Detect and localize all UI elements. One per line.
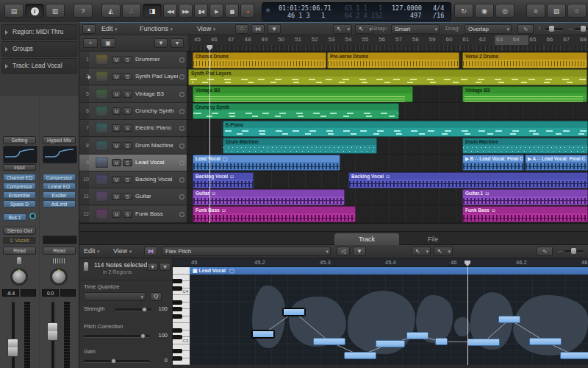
forward-button[interactable]: ▶▶: [179, 4, 193, 18]
track-solo-button[interactable]: S: [123, 56, 132, 63]
region-guitar-1[interactable]: Guitar.1⊡: [462, 189, 588, 205]
plugin-slot[interactable]: Linear EQ: [43, 183, 76, 190]
region-drum-machine[interactable]: Drum Machine: [223, 138, 377, 154]
track-mute-button[interactable]: M: [112, 73, 121, 80]
flex-pitch-note[interactable]: [376, 340, 405, 347]
track-disclosure-icon[interactable]: [88, 75, 91, 79]
editor-link-button[interactable]: ▾: [159, 263, 171, 271]
plugin-slot[interactable]: Space D: [3, 200, 36, 208]
black-key[interactable]: [173, 335, 182, 339]
track-sort-button[interactable]: ▼: [154, 38, 168, 48]
track-on-off-button[interactable]: [179, 74, 184, 79]
region--a-lead-vocal-final-c[interactable]: ▶ A ∴ Lead Vocal: Final C: [525, 155, 588, 171]
region--b-lead-vocal-final-co[interactable]: ▶ B ∴ Lead Vocal: Final Co: [462, 155, 524, 171]
region-drum-machine[interactable]: Drum Machine: [462, 138, 588, 154]
flex-pitch-note[interactable]: [283, 308, 305, 316]
track-mute-button[interactable]: M: [112, 142, 121, 149]
pitch-correction-slider[interactable]: [84, 335, 150, 338]
track-header-backing-vocal[interactable]: 10MSBacking Vocal: [79, 171, 187, 188]
flex-pitch-canvas[interactable]: ▣ Lead Vocal ◯: [190, 267, 588, 365]
track-header-synth-pad-layers[interactable]: 2MSSynth Pad Layers: [79, 68, 187, 85]
editor-playhead-line[interactable]: [467, 267, 468, 365]
region-backing-vocal[interactable]: Backing Vocal⊡: [348, 172, 588, 188]
piano-keyboard[interactable]: C4C3: [173, 267, 190, 365]
collapse-tracks-button[interactable]: ▴: [82, 24, 96, 34]
black-key[interactable]: [173, 279, 182, 283]
autopunch-button[interactable]: ◉: [475, 4, 494, 18]
region-crunchy-synth[interactable]: Crunchy Synth: [193, 103, 399, 119]
lcd-display[interactable]: ∗ 01:01:25:06.71 46 1 3 1 63 1 1 1 64 2 …: [262, 2, 451, 21]
flex-pitch-note[interactable]: [406, 332, 429, 339]
region-vintage-b3[interactable]: Vintage B3: [462, 86, 587, 102]
region-collapse-icon[interactable]: ▣: [193, 268, 198, 273]
eq-thumbnail[interactable]: [43, 146, 77, 163]
stop-button[interactable]: ▮◀: [194, 4, 208, 18]
snap-dropdown[interactable]: Smart▾: [391, 24, 440, 34]
plugin-slot[interactable]: Compressor: [43, 174, 76, 181]
horizontal-zoom-slider[interactable]: [575, 28, 588, 31]
track-header-drum-machine[interactable]: 8MSDrum Machine: [79, 138, 187, 155]
track-solo-button[interactable]: S: [123, 124, 132, 132]
rewind-button[interactable]: ◀◀: [163, 4, 177, 18]
track-on-off-button[interactable]: [179, 57, 184, 63]
editor-zoom-slider[interactable]: [564, 250, 584, 253]
track-on-off-button[interactable]: [179, 109, 184, 114]
editor-left-click-tool[interactable]: ↖▾: [412, 247, 431, 256]
region-vintage-b3[interactable]: Vintage B3: [193, 86, 413, 102]
white-key[interactable]: [173, 267, 190, 275]
track-mute-button[interactable]: M: [112, 210, 121, 218]
flex-pitch-note[interactable]: [435, 338, 448, 345]
black-key[interactable]: [173, 300, 182, 305]
editor-command-click-tool[interactable]: ↖▾: [434, 247, 453, 256]
lcd-settings-icon[interactable]: ∗: [265, 4, 271, 15]
left-click-tool[interactable]: ↖▾: [333, 24, 352, 34]
tab-track[interactable]: Track: [334, 233, 399, 245]
cycle-button[interactable]: ↻: [454, 4, 473, 18]
add-track-stack-button[interactable]: ▣: [101, 38, 115, 48]
region-verse-2-drums[interactable]: Verse 2 Drums: [462, 52, 587, 68]
volume-fader[interactable]: [7, 339, 18, 357]
inspector-toggle[interactable]: i: [25, 4, 44, 18]
toolbox-button[interactable]: ◨: [143, 4, 162, 18]
note-pads-button[interactable]: ▨: [547, 4, 566, 18]
track-solo-button[interactable]: S: [123, 193, 132, 200]
pause-button[interactable]: ▮▮: [225, 4, 239, 18]
track-header-drummer[interactable]: 1MSDrummer: [79, 52, 187, 68]
vertical-zoom-thumb[interactable]: [549, 26, 554, 32]
plugin-slot[interactable]: Ensemble: [3, 191, 36, 199]
track-mute-button[interactable]: M: [112, 159, 121, 166]
region-synth-pad-layers[interactable]: Synth Pad Layers: [188, 69, 587, 85]
region-guitar[interactable]: Guitar⊡: [193, 189, 345, 205]
metronome-button[interactable]: ◭: [101, 4, 121, 18]
black-key[interactable]: [173, 328, 182, 333]
region-chorus-drums[interactable]: Chorus Drums: [193, 52, 326, 68]
count-in-button[interactable]: ∴: [122, 4, 141, 18]
strip-input-button[interactable]: Input: [3, 164, 36, 171]
list-editors-button[interactable]: ≡: [526, 4, 545, 18]
gain-slider[interactable]: [84, 360, 150, 363]
pan-knob[interactable]: [10, 268, 28, 286]
loop-browser-button[interactable]: ○: [567, 4, 587, 18]
track-mute-button[interactable]: M: [112, 193, 121, 200]
track-header-electric-piano[interactable]: 7MSElectric Piano: [79, 120, 187, 137]
editor-waveform-zoom-button[interactable]: ∿: [537, 247, 553, 256]
track-header-crunchy-synth[interactable]: 6MSCrunchy Synth: [79, 103, 187, 120]
track-header-guitar[interactable]: 11MSGuitar: [79, 188, 187, 205]
track-solo-button[interactable]: S: [123, 210, 132, 218]
inspector-section-1[interactable]: Groups: [1, 41, 77, 57]
editor-menu-view[interactable]: View ▾: [113, 247, 132, 256]
flex-pitch-note[interactable]: [529, 338, 562, 345]
quick-help-button[interactable]: ?: [74, 4, 93, 18]
track-mute-button[interactable]: M: [112, 176, 121, 183]
automation-mode-button[interactable]: Read: [43, 247, 76, 255]
playhead-line[interactable]: [209, 52, 210, 223]
strip-setting-button[interactable]: Setting: [3, 136, 36, 144]
black-key[interactable]: [173, 349, 182, 353]
prelisten-button[interactable]: ◁: [337, 247, 350, 256]
send-slot[interactable]: Bus 1: [3, 213, 26, 221]
menu-functions[interactable]: Functions ▾: [140, 24, 173, 34]
track-zoom-button[interactable]: ▾: [171, 38, 184, 48]
flex-pitch-note[interactable]: [560, 352, 588, 359]
flex-pitch-note[interactable]: [252, 330, 274, 338]
track-on-off-button[interactable]: [179, 144, 184, 149]
